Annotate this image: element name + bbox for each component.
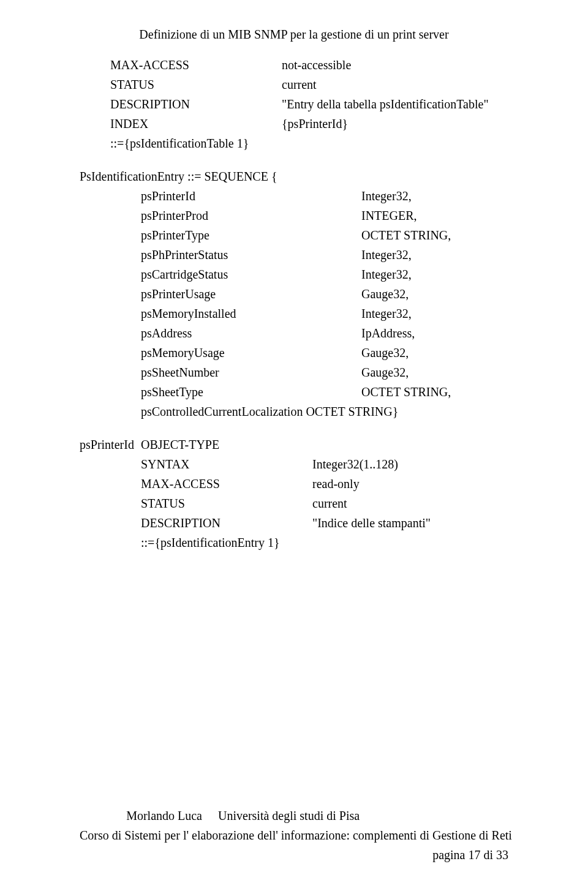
kv-key: MAX-ACCESS: [141, 474, 312, 494]
seq-row: psSheetNumberGauge32,: [141, 363, 508, 382]
seq-val: IpAddress,: [361, 323, 508, 343]
seq-val: Gauge32,: [361, 343, 508, 363]
seq-key: psPrinterProd: [141, 206, 361, 225]
seq-key: psSheetNumber: [141, 363, 361, 382]
kv-row: MAX-ACCESS not-accessible: [110, 55, 508, 75]
seq-row: psAddressIpAddress,: [141, 323, 508, 343]
kv-val: Integer32(1..128): [312, 454, 508, 474]
kv-val: "Indice delle stampanti": [312, 513, 508, 533]
kv-key: SYNTAX: [141, 454, 312, 474]
seq-row: psMemoryUsageGauge32,: [141, 343, 508, 363]
kv-row: INDEX {psPrinterId}: [110, 114, 508, 133]
kv-val: {psPrinterId}: [282, 114, 508, 133]
seq-key: psPrinterType: [141, 225, 361, 245]
seq-row: psCartridgeStatusInteger32,: [141, 265, 508, 284]
seq-val: Integer32,: [361, 265, 508, 284]
kv-val: not-accessible: [282, 55, 508, 75]
page-footer: Morlando Luca Università degli studi di …: [80, 806, 508, 865]
page-title: Definizione di un MIB SNMP per la gestio…: [80, 24, 508, 44]
seq-val: OCTET STRING,: [361, 382, 508, 402]
block1-tail: ::={psIdentificationTable 1}: [110, 133, 508, 153]
footer-course: Corso di Sistemi per l' elaborazione del…: [80, 825, 508, 845]
kv-val: current: [312, 494, 508, 513]
kv-key: STATUS: [141, 494, 312, 513]
seq-row: psPrinterTypeOCTET STRING,: [141, 225, 508, 245]
block2-open-right: OBJECT-TYPE: [141, 435, 219, 454]
seq-tail: psControlledCurrentLocalization OCTET ST…: [141, 402, 508, 421]
kv-key: DESCRIPTION: [141, 513, 312, 533]
kv-row: STATUS current: [110, 75, 508, 94]
footer-row-1: Morlando Luca Università degli studi di …: [80, 806, 508, 825]
seq-key: psPrinterUsage: [141, 284, 361, 304]
seq-key: psAddress: [141, 323, 361, 343]
footer-author: Morlando Luca: [80, 806, 214, 825]
footer-page-number: pagina 17 di 33: [80, 845, 508, 865]
block2-body: SYNTAXInteger32(1..128) MAX-ACCESSread-o…: [80, 454, 508, 552]
seq-row: psPrinterProdINTEGER,: [141, 206, 508, 225]
seq-key: psMemoryUsage: [141, 343, 361, 363]
seq-row: psSheetTypeOCTET STRING,: [141, 382, 508, 402]
kv-row: SYNTAXInteger32(1..128): [141, 454, 508, 474]
kv-row: MAX-ACCESSread-only: [141, 474, 508, 494]
seq-key: psCartridgeStatus: [141, 265, 361, 284]
seq-open: PsIdentificationEntry ::= SEQUENCE {: [80, 167, 508, 186]
sequence-block: PsIdentificationEntry ::= SEQUENCE { psP…: [80, 167, 508, 421]
seq-key: psPhPrinterStatus: [141, 245, 361, 265]
seq-row: psPrinterIdInteger32,: [141, 186, 508, 206]
seq-val: Integer32,: [361, 186, 508, 206]
kv-row: DESCRIPTION"Indice delle stampanti": [141, 513, 508, 533]
kv-key: STATUS: [110, 75, 282, 94]
seq-val: Integer32,: [361, 245, 508, 265]
seq-row: psPhPrinterStatusInteger32,: [141, 245, 508, 265]
seq-val: Gauge32,: [361, 363, 508, 382]
kv-row: DESCRIPTION "Entry della tabella psIdent…: [110, 94, 508, 114]
block2-open: psPrinterId OBJECT-TYPE: [80, 435, 508, 454]
spacer: [80, 421, 508, 435]
kv-val: read-only: [312, 474, 508, 494]
block2-tail: ::={psIdentificationEntry 1}: [141, 533, 508, 552]
seq-val: INTEGER,: [361, 206, 508, 225]
seq-row: psPrinterUsageGauge32,: [141, 284, 508, 304]
footer-university: Università degli studi di Pisa: [218, 806, 508, 825]
seq-key: psMemoryInstalled: [141, 304, 361, 323]
kv-val: current: [282, 75, 508, 94]
kv-key: MAX-ACCESS: [110, 55, 282, 75]
seq-val: Gauge32,: [361, 284, 508, 304]
kv-row: STATUScurrent: [141, 494, 508, 513]
seq-key: psPrinterId: [141, 186, 361, 206]
seq-body: psPrinterIdInteger32, psPrinterProdINTEG…: [80, 186, 508, 421]
block2: psPrinterId OBJECT-TYPE SYNTAXInteger32(…: [80, 435, 508, 552]
seq-val: OCTET STRING,: [361, 225, 508, 245]
block2-open-left: psPrinterId: [80, 435, 141, 454]
block1: MAX-ACCESS not-accessible STATUS current…: [80, 55, 508, 153]
kv-key: DESCRIPTION: [110, 94, 282, 114]
seq-val: Integer32,: [361, 304, 508, 323]
kv-key: INDEX: [110, 114, 282, 133]
seq-row: psMemoryInstalledInteger32,: [141, 304, 508, 323]
page: Definizione di un MIB SNMP per la gestio…: [0, 0, 588, 883]
seq-key: psSheetType: [141, 382, 361, 402]
kv-val: "Entry della tabella psIdentificationTab…: [282, 94, 508, 114]
spacer: [80, 153, 508, 167]
